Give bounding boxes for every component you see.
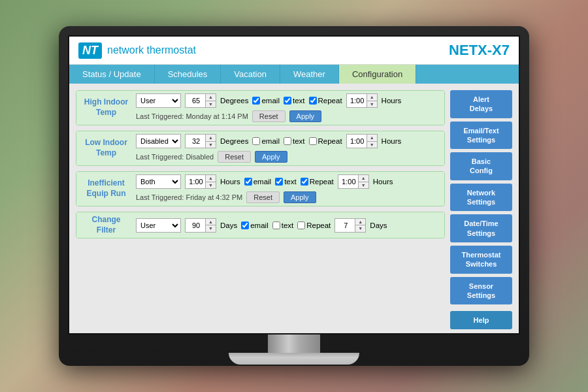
inefficient-equip-time1-input[interactable] [186,175,206,188]
high-indoor-temp-spinner[interactable]: ▲ ▼ [185,93,216,108]
high-indoor-temp-section: High IndoorTemp UserDisabledBoth ▲ [76,90,445,125]
network-settings-button[interactable]: NetworkSettings [450,184,512,212]
inefficient-equip-time1-down[interactable]: ▼ [206,182,216,189]
sidebar: AlertDelays Email/TextSettings BasicConf… [450,90,512,321]
change-filter-row1: UserDisabledBoth ▲ ▼ Days [136,218,439,233]
low-indoor-temp-spinner[interactable]: ▲ ▼ [185,134,216,148]
low-indoor-temp-down[interactable]: ▼ [206,142,216,148]
high-indoor-apply-button[interactable]: Apply [289,110,322,122]
high-indoor-temp-down[interactable]: ▼ [206,101,216,108]
high-indoor-row1: UserDisabledBoth ▲ ▼ Degrees [136,93,439,108]
inefficient-equip-text-checkbox[interactable] [275,178,283,186]
inefficient-equip-apply-button[interactable]: Apply [284,191,316,203]
inefficient-equip-title: InefficientEquip Run [82,178,131,199]
main-content: High IndoorTemp UserDisabledBoth ▲ [69,84,519,328]
inefficient-equip-email-checkbox[interactable] [244,178,252,186]
tab-vacation[interactable]: Vacation [221,65,280,84]
high-indoor-temp-header: High IndoorTemp UserDisabledBoth ▲ [76,91,444,125]
high-indoor-email-label: email [252,97,279,105]
inefficient-equip-reset-button[interactable]: Reset [246,191,280,203]
high-indoor-repeat-checkbox[interactable] [309,97,317,105]
inefficient-equip-time2-input[interactable] [338,175,359,188]
tab-status[interactable]: Status / Update [69,65,155,84]
change-filter-repeat-days-up[interactable]: ▲ [355,219,365,226]
change-filter-section: ChangeFilter UserDisabledBoth ▲ [76,212,445,238]
change-filter-repeat-days-input[interactable] [335,219,356,232]
help-button[interactable]: Help [450,311,512,329]
high-indoor-select[interactable]: UserDisabledBoth [136,93,181,108]
app-title: NETX-X7 [449,42,510,59]
low-indoor-temp-title: Low IndoorTemp [82,138,131,158]
inefficient-equip-repeat-label: Repeat [301,178,334,186]
high-indoor-time-up[interactable]: ▲ [367,94,377,101]
low-indoor-time-down[interactable]: ▼ [367,142,377,148]
low-indoor-repeat-label: Repeat [309,137,342,145]
change-filter-days-up[interactable]: ▲ [206,219,216,226]
low-indoor-time-input[interactable] [347,135,368,148]
inefficient-equip-text-label: text [275,178,297,186]
change-filter-email-checkbox[interactable] [241,221,249,229]
inefficient-equip-select[interactable]: UserDisabledBoth [136,174,181,189]
low-indoor-repeat-checkbox[interactable] [309,137,317,145]
high-indoor-degrees-label: Degrees [220,97,248,105]
high-indoor-text-label: text [284,97,305,105]
date-time-settings-button[interactable]: Date/TimeSettings [450,214,512,242]
inefficient-equip-time2-down[interactable]: ▼ [359,182,368,189]
low-indoor-apply-button[interactable]: Apply [255,151,287,163]
low-indoor-select[interactable]: UserDisabledBoth [136,134,181,148]
high-indoor-text-checkbox[interactable] [284,97,291,105]
thermostat-switches-button[interactable]: ThermostatSwitches [450,246,512,274]
high-indoor-temp-input[interactable] [186,94,206,107]
low-indoor-temp-header: Low IndoorTemp UserDisabledBoth ▲ [76,131,444,165]
change-filter-days-down[interactable]: ▼ [206,225,216,232]
high-indoor-time-spinner[interactable]: ▲ ▼ [346,93,378,108]
tab-schedules[interactable]: Schedules [155,65,221,84]
high-indoor-temp-up[interactable]: ▲ [206,94,216,101]
low-indoor-time-up[interactable]: ▲ [367,135,377,142]
change-filter-repeat-label: Repeat [297,221,331,229]
high-indoor-time-down[interactable]: ▼ [367,101,377,108]
low-indoor-temp-up[interactable]: ▲ [206,135,216,142]
high-indoor-time-input[interactable] [347,94,368,107]
inefficient-equip-hours1-label: Hours [220,178,240,186]
change-filter-select[interactable]: UserDisabledBoth [136,218,181,233]
change-filter-days-label: Days [220,221,237,229]
alerts-area: High IndoorTemp UserDisabledBoth ▲ [76,90,445,321]
high-indoor-row2: Last Triggered: Monday at 1:14 PM Reset … [136,110,439,122]
email-text-settings-button[interactable]: Email/TextSettings [450,122,512,150]
tab-configuration[interactable]: Configuration [339,65,416,84]
screen: NT network thermostat NETX-X7 Status / U… [68,35,520,335]
change-filter-repeat-days-down[interactable]: ▼ [355,225,365,232]
sensor-settings-button[interactable]: SensorSettings [450,277,512,305]
change-filter-repeat-checkbox[interactable] [297,221,305,229]
high-indoor-reset-button[interactable]: Reset [252,110,286,122]
inefficient-equip-row2: Last Triggered: Friday at 4:32 PM Reset … [136,191,439,203]
low-indoor-reset-button[interactable]: Reset [218,151,251,163]
alert-delays-button[interactable]: AlertDelays [450,90,512,118]
change-filter-repeat-days-spinner[interactable]: ▲ ▼ [335,218,366,233]
low-indoor-hours-label: Hours [382,137,402,145]
change-filter-days-input[interactable] [186,219,206,232]
basic-config-button[interactable]: BasicConfig [450,152,512,180]
low-indoor-time-spinner[interactable]: ▲ ▼ [346,134,378,148]
high-indoor-email-checkbox[interactable] [252,97,260,105]
inefficient-equip-last-triggered: Last Triggered: Friday at 4:32 PM [136,193,242,201]
change-filter-repeat-days-label: Days [370,221,387,229]
inefficient-equip-time1-up[interactable]: ▲ [206,175,216,182]
low-indoor-email-label: email [252,137,279,145]
change-filter-email-label: email [241,221,268,229]
inefficient-equip-email-label: email [244,178,271,186]
low-indoor-temp-input[interactable] [186,135,206,148]
logo-icon: NT [78,42,102,59]
low-indoor-text-checkbox[interactable] [284,137,291,145]
high-indoor-hours-label: Hours [382,97,402,105]
inefficient-equip-time1-spinner[interactable]: ▲ ▼ [185,174,216,189]
change-filter-text-checkbox[interactable] [272,221,280,229]
tab-weather[interactable]: Weather [280,65,339,84]
low-indoor-email-checkbox[interactable] [252,137,260,145]
change-filter-days-spinner[interactable]: ▲ ▼ [185,218,216,233]
inefficient-equip-repeat-checkbox[interactable] [301,178,308,186]
inefficient-equip-hours2-label: Hours [373,178,393,186]
inefficient-equip-time2-spinner[interactable]: ▲ ▼ [338,174,369,189]
inefficient-equip-time2-up[interactable]: ▲ [359,175,368,182]
